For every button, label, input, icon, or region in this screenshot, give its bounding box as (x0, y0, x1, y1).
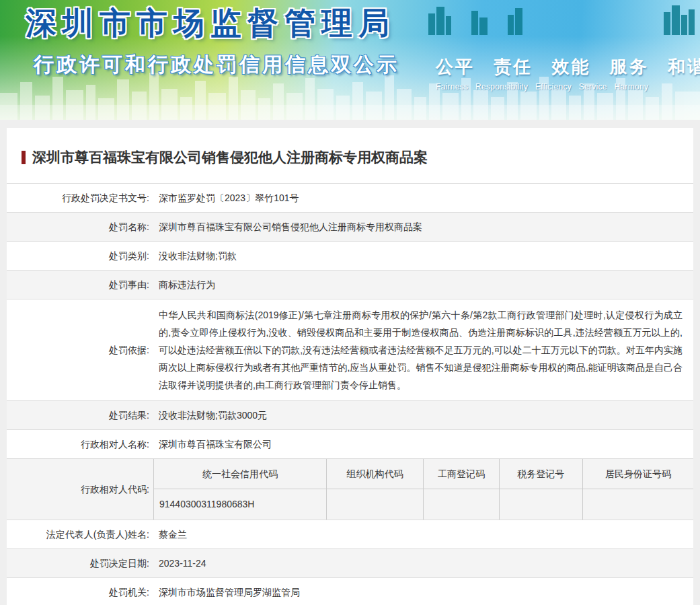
row-label: 处罚类别: (7, 242, 153, 271)
row-label: 处罚事由: (7, 271, 153, 299)
table-row: 处罚结果: 没收非法财物;罚款3000元 (7, 401, 693, 430)
code-header: 居民身份证号码 (582, 459, 693, 489)
code-header: 工商登记码 (424, 459, 499, 489)
code-header: 组织机构代码 (326, 459, 423, 489)
slogan-chinese: 公平 责任 效能 服务 和谐 (436, 55, 700, 79)
table-row: 法定代表人(负责人)姓名: 蔡金兰 (7, 520, 693, 549)
title-marker-bar (22, 151, 26, 164)
code-value (499, 489, 582, 520)
row-label: 处罚依据: (7, 299, 153, 401)
row-label: 行政相对人名称: (7, 430, 153, 459)
row-value: 商标违法行为 (153, 271, 693, 299)
penalty-info-table: 行政处罚决定书文号: 深市监罗处罚〔2023〕翠竹101号 处罚名称: 深圳市尊… (7, 183, 693, 605)
row-label: 法定代表人(负责人)姓名: (7, 520, 153, 549)
row-value: 2023-11-24 (153, 549, 693, 578)
row-label: 行政处罚决定书文号: (7, 184, 153, 213)
case-title: 深圳市尊百福珠宝有限公司销售侵犯他人注册商标专用权商品案 (32, 148, 428, 167)
row-label: 行政相对人代码: (7, 459, 153, 520)
code-header: 统一社会信用代码 (154, 459, 327, 489)
content-card: 深圳市尊百福珠宝有限公司销售侵犯他人注册商标专用权商品案 行政处罚决定书文号: … (7, 128, 693, 605)
row-value: 深市监罗处罚〔2023〕翠竹101号 (153, 184, 693, 213)
row-label: 处罚结果: (7, 401, 153, 430)
code-table-value-row: 91440300311980683H (154, 489, 694, 520)
code-value (326, 489, 423, 520)
table-row: 处罚决定日期: 2023-11-24 (7, 549, 693, 578)
row-value: 没收非法财物;罚款3000元 (153, 401, 693, 430)
table-row: 行政处罚决定书文号: 深市监罗处罚〔2023〕翠竹101号 (7, 184, 693, 213)
code-table-header-row: 统一社会信用代码 组织机构代码 工商登记码 税务登记号 居民身份证号码 (154, 459, 694, 489)
row-value: 深圳市尊百福珠宝有限公司销售侵犯他人注册商标专用权商品案 (153, 213, 693, 242)
row-label: 处罚决定日期: (7, 549, 153, 578)
row-value: 深圳市市场监督管理局罗湖监管局 (153, 578, 693, 605)
table-row: 行政相对人名称: 深圳市尊百福珠宝有限公司 (7, 430, 693, 459)
site-subtitle: 行政许可和行政处罚信用信息双公示 (34, 51, 399, 79)
code-value (424, 489, 499, 520)
code-table-cell: 统一社会信用代码 组织机构代码 工商登记码 税务登记号 居民身份证号码 9144… (153, 459, 693, 520)
case-title-row: 深圳市尊百福珠宝有限公司销售侵犯他人注册商标专用权商品案 (7, 148, 693, 167)
row-value: 深圳市尊百福珠宝有限公司 (153, 430, 693, 459)
party-code-table: 统一社会信用代码 组织机构代码 工商登记码 税务登记号 居民身份证号码 9144… (153, 459, 693, 520)
row-value: 蔡金兰 (153, 520, 693, 549)
table-row: 处罚类别: 没收非法财物;罚款 (7, 242, 693, 271)
code-header: 税务登记号 (499, 459, 582, 489)
code-value: 91440300311980683H (154, 489, 327, 520)
row-label: 处罚机关: (7, 578, 153, 605)
site-title: 深圳市市场监督管理局 (26, 3, 395, 44)
table-row: 处罚机关: 深圳市市场监督管理局罗湖监管局 (7, 578, 693, 605)
row-value: 没收非法财物;罚款 (153, 242, 693, 271)
table-row: 处罚名称: 深圳市尊百福珠宝有限公司销售侵犯他人注册商标专用权商品案 (7, 213, 693, 242)
site-banner: 深圳市市场监督管理局 行政许可和行政处罚信用信息双公示 公平 责任 效能 服务 … (0, 0, 700, 120)
code-value (582, 489, 693, 520)
row-value: 中华人民共和国商标法(2019修正)/第七章注册商标专用权的保护/第六十条/第2… (153, 299, 693, 401)
table-row-party-codes: 行政相对人代码: 统一社会信用代码 组织机构代码 工商登记码 税 (7, 459, 693, 520)
banner-slogan: 公平 责任 效能 服务 和谐 Fairness Responsibility E… (436, 55, 700, 92)
slogan-english: Fairness Responsibility Efficiency Servi… (436, 82, 700, 92)
buildings-icon (427, 3, 696, 35)
table-row-penalty-basis: 处罚依据: 中华人民共和国商标法(2019修正)/第七章注册商标专用权的保护/第… (7, 299, 693, 401)
row-label: 处罚名称: (7, 213, 153, 242)
table-row: 处罚事由: 商标违法行为 (7, 271, 693, 299)
